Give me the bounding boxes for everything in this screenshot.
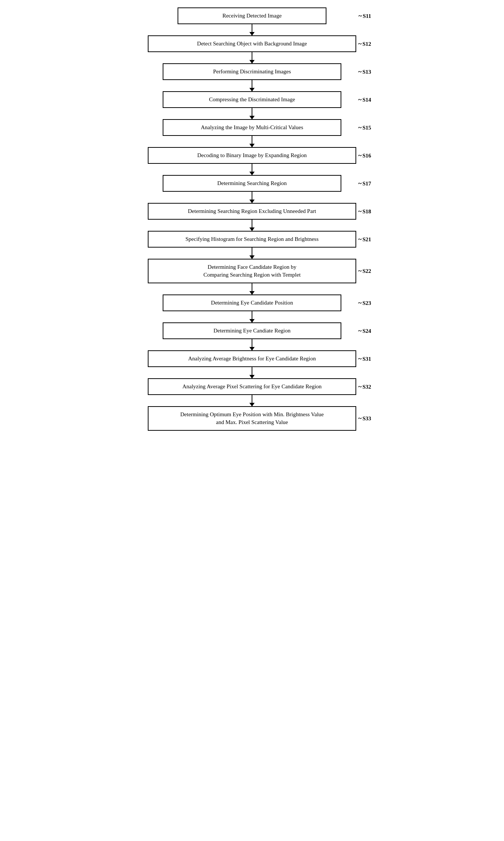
arrow-s22	[122, 283, 382, 294]
step-row-s31: Analyzing Average Brightness for Eye Can…	[122, 350, 382, 367]
arrow-line	[252, 311, 252, 322]
label-s22: ~S22	[358, 267, 371, 275]
step-row-s21: Specifying Histogram for Searching Regio…	[122, 231, 382, 248]
arrow-line	[252, 395, 252, 406]
arrow-s18	[122, 220, 382, 231]
arrow-line	[252, 80, 252, 91]
arrow-s32	[122, 395, 382, 406]
arrow-line	[252, 24, 252, 35]
arrow-s31	[122, 367, 382, 378]
label-s11: ~S11	[358, 12, 371, 20]
box-s12: Detect Searching Object with Background …	[148, 35, 356, 52]
arrow-line	[252, 283, 252, 294]
step-row-s18: Determining Searching Region Excluding U…	[122, 203, 382, 220]
squiggle-icon: ~	[358, 96, 361, 103]
squiggle-icon: ~	[358, 152, 361, 159]
arrow-s24	[122, 339, 382, 350]
arrow-s16	[122, 164, 382, 175]
label-s33: ~S33	[358, 415, 371, 423]
squiggle-icon: ~	[358, 267, 361, 275]
arrow-s23	[122, 311, 382, 322]
step-row-s15: Analyzing the Image by Multi-Critical Va…	[122, 119, 382, 136]
arrow-s17	[122, 192, 382, 203]
squiggle-icon: ~	[358, 415, 361, 423]
box-s21: Specifying Histogram for Searching Regio…	[148, 231, 356, 248]
label-s12: ~S12	[358, 40, 371, 48]
box-s17: Determining Searching Region	[163, 175, 341, 192]
squiggle-icon: ~	[358, 207, 361, 215]
box-s16: Decoding to Binary Image by Expanding Re…	[148, 147, 356, 164]
arrow-line	[252, 108, 252, 119]
arrow-line	[252, 164, 252, 175]
step-row-s23: Determining Eye Candidate Position~S23	[122, 294, 382, 311]
label-s24: ~S24	[358, 327, 371, 335]
label-s15: ~S15	[358, 124, 371, 131]
label-s21: ~S21	[358, 235, 371, 243]
label-s23: ~S23	[358, 299, 371, 307]
step-row-s11: Receiving Detected Image~S11	[122, 7, 382, 24]
squiggle-icon: ~	[358, 383, 361, 391]
step-row-s17: Determining Searching Region~S17	[122, 175, 382, 192]
box-s23: Determining Eye Candidate Position	[163, 294, 341, 311]
flowchart: Receiving Detected Image~S11Detect Searc…	[122, 7, 382, 431]
arrow-line	[252, 136, 252, 147]
box-s13: Performing Discriminating Images	[163, 63, 341, 80]
box-s32: Analyzing Average Pixel Scattering for E…	[148, 378, 356, 395]
label-s14: ~S14	[358, 96, 371, 103]
arrow-line	[252, 248, 252, 259]
box-s24: Determining Eye Candiate Region	[163, 322, 341, 339]
label-s16: ~S16	[358, 152, 371, 159]
step-row-s16: Decoding to Binary Image by Expanding Re…	[122, 147, 382, 164]
box-s15: Analyzing the Image by Multi-Critical Va…	[163, 119, 341, 136]
box-s33: Determining Optimum Eye Position with Mi…	[148, 406, 356, 431]
box-s18: Determining Searching Region Excluding U…	[148, 203, 356, 220]
arrow-line	[252, 220, 252, 231]
arrow-s13	[122, 80, 382, 91]
arrow-line	[252, 367, 252, 378]
arrow-s15	[122, 136, 382, 147]
arrow-line	[252, 339, 252, 350]
arrow-s14	[122, 108, 382, 119]
arrow-s12	[122, 52, 382, 63]
squiggle-icon: ~	[358, 327, 361, 335]
step-row-s14: Compressing the Discriminated Image~S14	[122, 91, 382, 108]
squiggle-icon: ~	[358, 235, 361, 243]
squiggle-icon: ~	[358, 12, 362, 20]
squiggle-icon: ~	[358, 299, 361, 307]
box-s22: Determining Face Candidate Region byComp…	[148, 259, 356, 283]
squiggle-icon: ~	[358, 355, 361, 363]
label-s13: ~S13	[358, 68, 371, 76]
squiggle-icon: ~	[358, 179, 361, 187]
label-s17: ~S17	[358, 179, 371, 187]
label-s32: ~S32	[358, 383, 371, 391]
label-s18: ~S18	[358, 207, 371, 215]
step-row-s32: Analyzing Average Pixel Scattering for E…	[122, 378, 382, 395]
squiggle-icon: ~	[358, 124, 361, 131]
step-row-s24: Determining Eye Candiate Region~S24	[122, 322, 382, 339]
step-row-s22: Determining Face Candidate Region byComp…	[122, 259, 382, 283]
box-s11: Receiving Detected Image	[178, 7, 326, 24]
step-row-s33: Determining Optimum Eye Position with Mi…	[122, 406, 382, 431]
arrow-line	[252, 52, 252, 63]
step-row-s12: Detect Searching Object with Background …	[122, 35, 382, 52]
squiggle-icon: ~	[358, 40, 361, 48]
step-row-s13: Performing Discriminating Images~S13	[122, 63, 382, 80]
arrow-line	[252, 192, 252, 203]
box-s31: Analyzing Average Brightness for Eye Can…	[148, 350, 356, 367]
arrow-s21	[122, 248, 382, 259]
arrow-s11	[122, 24, 382, 35]
squiggle-icon: ~	[358, 68, 361, 76]
label-s31: ~S31	[358, 355, 371, 363]
box-s14: Compressing the Discriminated Image	[163, 91, 341, 108]
